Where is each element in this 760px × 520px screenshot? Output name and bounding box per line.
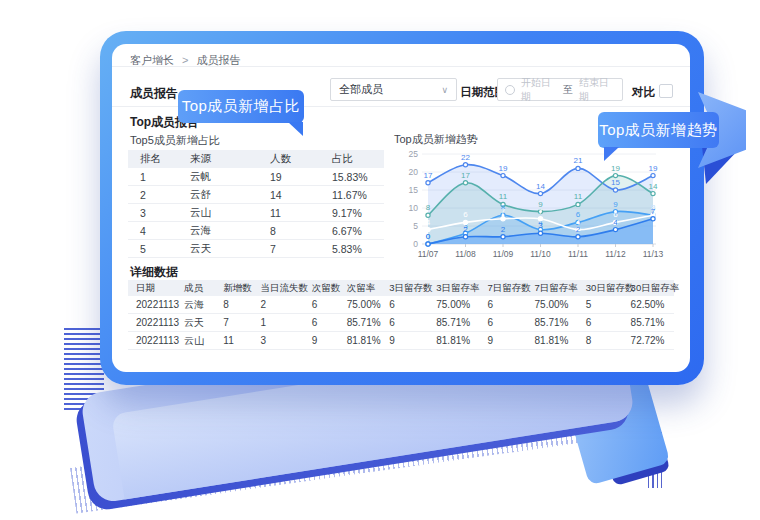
table-cell: 云山 (178, 206, 258, 220)
svg-text:2: 2 (576, 225, 581, 234)
svg-text:14: 14 (649, 182, 658, 191)
svg-text:2: 2 (501, 225, 506, 234)
table-row: 20221113云天71685.71%685.71%685.71%685.71% (128, 314, 674, 332)
clock-icon (505, 85, 515, 95)
svg-text:2: 2 (463, 225, 468, 234)
table-header-row: 排名来源人数占比 (128, 150, 384, 168)
table-cell: 日期 (128, 282, 176, 295)
svg-text:7: 7 (651, 207, 656, 216)
table-cell: 7日留存数 (480, 282, 527, 295)
table-cell: 7日留存率 (527, 282, 578, 295)
svg-text:8: 8 (426, 203, 431, 212)
svg-text:15: 15 (409, 185, 419, 195)
table-cell: 4 (128, 225, 178, 237)
table-cell: 2 (252, 299, 303, 310)
svg-text:19: 19 (499, 164, 508, 173)
table-cell: 14 (258, 189, 320, 201)
table-cell: 次留率 (339, 282, 382, 295)
compare-label: 对比 (632, 85, 655, 100)
table-cell: 占比 (320, 152, 384, 166)
table-row: 20221113云山113981.81%981.81%981.81%872.72… (128, 332, 674, 350)
table-cell: 81.81% (428, 335, 479, 346)
table-cell: 6 (381, 317, 428, 328)
svg-text:11/13: 11/13 (643, 249, 664, 259)
table-cell: 6.67% (320, 225, 384, 237)
table-cell: 9 (304, 335, 339, 346)
table-row: 20221113云海82675.00%675.00%675.00%562.50% (128, 296, 674, 314)
svg-text:9: 9 (613, 200, 618, 209)
table-cell: 30日留存率 (623, 282, 674, 295)
table-cell: 11 (258, 207, 320, 219)
table-row: 3云山119.17% (128, 204, 384, 222)
svg-text:25: 25 (409, 149, 419, 159)
callout-top-trend: Top成员新增趋势 (598, 112, 719, 148)
svg-text:21: 21 (574, 156, 583, 165)
detail-table: 日期成员新增数当日流失数次留数次留率3日留存数3日留存率7日留存数7日留存率30… (128, 280, 674, 350)
table-row: 4云海86.67% (128, 222, 384, 240)
svg-text:10: 10 (409, 203, 419, 213)
table-cell: 9 (480, 335, 527, 346)
compare-checkbox[interactable] (659, 84, 673, 98)
svg-text:11/11: 11/11 (568, 249, 588, 259)
svg-text:19: 19 (611, 164, 620, 173)
svg-text:11/07: 11/07 (418, 249, 439, 259)
table-cell: 19 (258, 171, 320, 183)
table-cell: 85.71% (527, 317, 578, 328)
table-cell: 6 (480, 317, 527, 328)
breadcrumb-separator: > (182, 54, 188, 66)
table-cell: 云帆 (178, 170, 258, 184)
table-cell: 6 (480, 299, 527, 310)
table-cell: 72.72% (623, 335, 674, 346)
table-cell: 当日流失数 (252, 282, 303, 295)
table-cell: 云海 (176, 298, 215, 312)
table-cell: 8 (578, 335, 623, 346)
divider (112, 66, 690, 67)
table-cell: 排名 (128, 152, 178, 166)
svg-text:4: 4 (613, 218, 618, 227)
svg-text:4: 4 (426, 218, 431, 227)
breadcrumb-item-growth[interactable]: 客户增长 (130, 54, 174, 66)
page-title: 成员报告 (130, 85, 178, 102)
svg-text:14: 14 (536, 182, 545, 191)
table-cell: 次留数 (304, 282, 339, 295)
table-cell: 9.17% (320, 207, 384, 219)
svg-text:11/12: 11/12 (605, 249, 626, 259)
table-cell: 62.50% (623, 299, 674, 310)
date-range-input[interactable]: 开始日期 至 结束日期 (497, 78, 623, 101)
table-cell: 3日留存数 (381, 282, 428, 295)
table-cell: 来源 (178, 152, 258, 166)
table-cell: 1 (252, 317, 303, 328)
table-cell: 云海 (178, 224, 258, 238)
end-date-placeholder: 结束日期 (579, 76, 615, 104)
detail-section-title: 详细数据 (130, 264, 178, 281)
table-cell: 3日留存率 (428, 282, 479, 295)
table-cell: 7 (215, 317, 252, 328)
table-cell: 6 (304, 317, 339, 328)
table-cell: 7 (258, 243, 320, 255)
table-cell: 75.00% (527, 299, 578, 310)
table-cell: 6 (304, 299, 339, 310)
table-cell: 11 (215, 335, 252, 346)
member-select[interactable]: 全部成员 ∨ (330, 78, 457, 101)
chevron-down-icon: ∨ (441, 85, 448, 95)
table-cell: 81.81% (339, 335, 382, 346)
table-cell: 85.71% (428, 317, 479, 328)
svg-text:7: 7 (501, 207, 506, 216)
svg-text:20: 20 (409, 167, 419, 177)
table-row: 1云帆1915.83% (128, 168, 384, 186)
table-cell: 云舒 (178, 188, 258, 202)
table-cell: 6 (578, 317, 623, 328)
svg-text:11/09: 11/09 (493, 249, 514, 259)
svg-text:22: 22 (461, 153, 470, 162)
svg-text:0: 0 (413, 239, 418, 249)
table-cell: 8 (258, 225, 320, 237)
breadcrumb-item-member-report[interactable]: 成员报告 (197, 54, 241, 66)
table-cell: 15.83% (320, 171, 384, 183)
table-cell: 75.00% (428, 299, 479, 310)
table-cell: 人数 (258, 152, 320, 166)
table-cell: 81.81% (527, 335, 578, 346)
table-cell: 5 (578, 299, 623, 310)
svg-text:19: 19 (649, 164, 658, 173)
date-to-label: 至 (563, 83, 573, 97)
trend-chart: 051015202511/0711/0811/0911/1011/1111/12… (394, 144, 678, 264)
